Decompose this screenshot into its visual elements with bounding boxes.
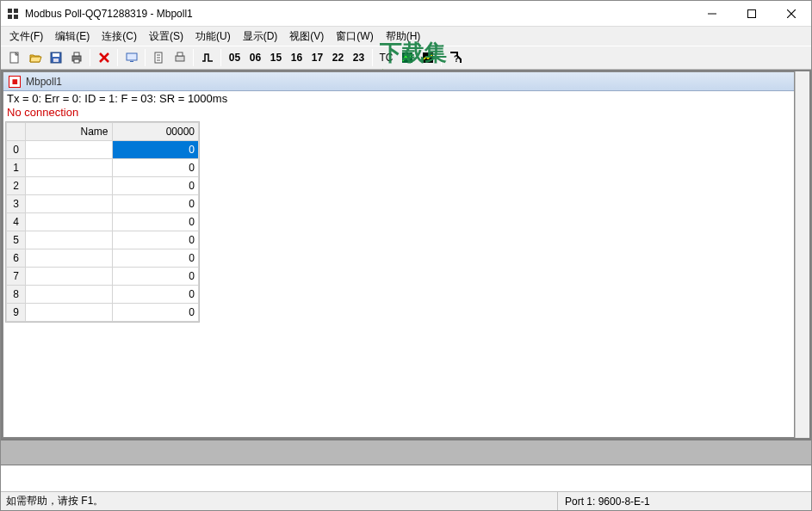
minimize-button[interactable] [692,1,732,26]
svg-rect-14 [74,59,79,63]
menu-file[interactable]: 文件(F) [4,28,48,46]
cell-name[interactable] [26,304,112,322]
vertical-scrollbar[interactable] [795,71,809,438]
cell-name[interactable] [26,159,112,177]
cell-value[interactable]: 0 [112,213,198,231]
maximize-button[interactable] [732,1,772,26]
new-button[interactable] [4,48,24,67]
grid-row[interactable]: 50 [7,231,199,249]
col-header-name[interactable]: Name [26,123,112,141]
application-window: Modbus Poll-QQ71288319 - Mbpoll1 文件(F) 编… [0,0,812,511]
row-header[interactable]: 8 [7,286,26,304]
func-05-button[interactable]: 05 [225,48,245,67]
menu-window[interactable]: 窗口(W) [331,28,378,46]
cell-name[interactable] [26,177,112,195]
monitor-screen-button[interactable] [418,48,437,67]
menu-edit[interactable]: 编辑(E) [50,28,95,46]
cell-name[interactable] [26,231,112,249]
tc-button[interactable]: TC [376,48,396,67]
cell-name[interactable] [26,213,112,231]
func-22-button[interactable]: 22 [328,48,348,67]
grid-row[interactable]: 40 [7,213,199,231]
cell-value[interactable]: 0 [112,249,198,268]
func-23-button[interactable]: 23 [349,48,369,67]
pulse-button[interactable] [197,48,217,67]
cell-name[interactable] [26,249,112,268]
toolbar-separator [372,49,373,66]
row-header[interactable]: 9 [7,304,26,322]
status-help: 如需帮助，请按 F1。 [6,494,557,508]
col-header-value[interactable]: 00000 [112,123,198,141]
svg-rect-0 [8,9,12,13]
func-15-button[interactable]: 15 [266,48,286,67]
cell-value[interactable]: 0 [112,159,198,177]
row-header[interactable]: 5 [7,231,26,249]
row-header[interactable]: 4 [7,213,26,231]
menu-function[interactable]: 功能(U) [190,28,236,46]
grid-corner[interactable] [7,123,26,141]
open-button[interactable] [25,48,45,67]
monitor-button[interactable] [121,48,141,67]
cell-value[interactable]: 0 [112,286,198,304]
child-title-bar[interactable]: ▦ Mbpoll1 [3,72,794,91]
svg-rect-1 [14,9,18,13]
func-06-button[interactable]: 06 [245,48,265,67]
cell-name[interactable] [26,268,112,286]
cell-name[interactable] [26,141,112,159]
toolbar: 05 06 15 16 17 22 23 TC ? 下载集 ↓xzji.com [1,46,811,70]
menu-help[interactable]: 帮助(H) [381,28,426,46]
data-grid[interactable]: Name 00000 00102030405060708090 [5,121,200,323]
menu-bar: 文件(F) 编辑(E) 连接(C) 设置(S) 功能(U) 显示(D) 视图(V… [1,27,811,46]
row-header[interactable]: 7 [7,268,26,286]
grid-row[interactable]: 20 [7,177,199,195]
grid-row[interactable]: 90 [7,304,199,322]
toolbar-separator [220,49,221,66]
help-button[interactable]: ? [445,48,465,67]
svg-rect-5 [748,9,756,17]
grid-row[interactable]: 30 [7,195,199,213]
read-button[interactable] [149,48,169,67]
func-16-button[interactable]: 16 [287,48,307,67]
row-header[interactable]: 1 [7,159,26,177]
row-header[interactable]: 3 [7,195,26,213]
cell-value[interactable]: 0 [112,268,198,286]
cell-value[interactable]: 0 [112,141,198,159]
cell-value[interactable]: 0 [112,231,198,249]
save-button[interactable] [46,48,65,67]
child-window: ▦ Mbpoll1 Tx = 0: Err = 0: ID = 1: F = 0… [3,71,795,438]
grid-row[interactable]: 80 [7,286,199,304]
grid-row[interactable]: 10 [7,159,199,177]
print-button[interactable] [66,48,86,67]
cell-value[interactable]: 0 [112,195,198,213]
delete-button[interactable] [94,48,114,67]
window-title: Modbus Poll-QQ71288319 - Mbpoll1 [25,8,692,20]
menu-display[interactable]: 显示(D) [238,28,283,46]
toolbar-separator [193,49,194,66]
grid-row[interactable]: 00 [7,141,199,159]
svg-rect-13 [74,52,79,56]
grid-row[interactable]: 70 [7,268,199,286]
func-17-button[interactable]: 17 [307,48,327,67]
svg-rect-3 [14,15,18,19]
chart-button[interactable] [397,48,417,67]
row-header[interactable]: 6 [7,249,26,268]
document-icon: ▦ [9,76,21,88]
grid-row[interactable]: 60 [7,249,199,268]
close-button[interactable] [772,1,811,26]
cell-value[interactable]: 0 [112,304,198,322]
row-header[interactable]: 2 [7,177,26,195]
svg-rect-2 [8,15,12,19]
cell-name[interactable] [26,195,112,213]
svg-rect-17 [127,53,137,60]
window-controls [692,1,811,26]
mdi-area: ▦ Mbpoll1 Tx = 0: Err = 0: ID = 1: F = 0… [1,70,811,440]
cell-name[interactable] [26,286,112,304]
child-title: Mbpoll1 [26,76,62,88]
menu-view[interactable]: 视图(V) [284,28,329,46]
write-button[interactable] [170,48,189,67]
row-header[interactable]: 0 [7,141,26,159]
svg-text:?: ? [454,54,459,64]
cell-value[interactable]: 0 [112,177,198,195]
menu-settings[interactable]: 设置(S) [144,28,189,46]
menu-connect[interactable]: 连接(C) [96,28,142,46]
